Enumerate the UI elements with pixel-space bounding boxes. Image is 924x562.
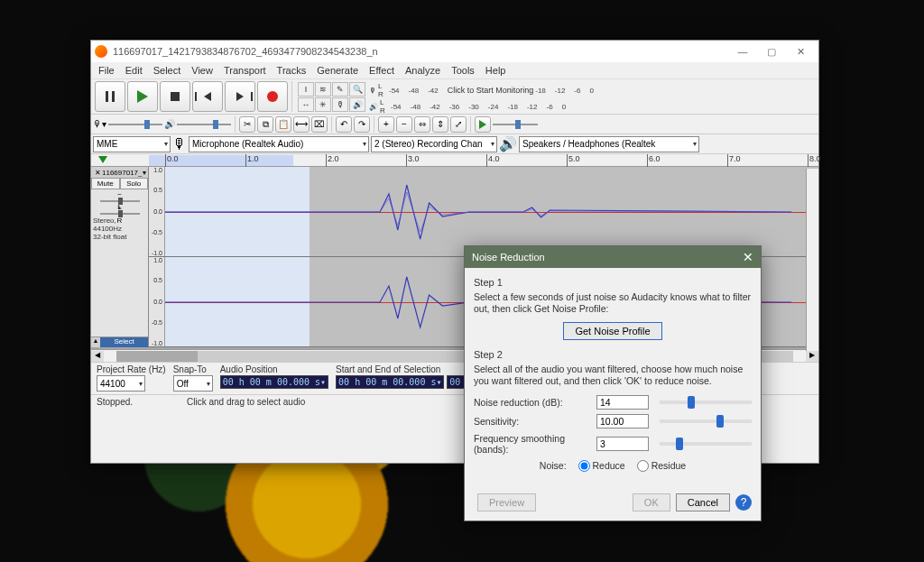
menu-tools[interactable]: Tools bbox=[448, 65, 478, 76]
noise-reduction-dialog: Noise Reduction ✕ Step 1 Select a few se… bbox=[464, 245, 762, 521]
transport-toolbar: I ≋ ✎ 🔍 ↔ ✳ 🎙 🔊 🎙 LR -54-48-42 Click to … bbox=[91, 78, 818, 115]
click-to-monitor[interactable]: Click to Start Monitoring bbox=[448, 86, 534, 95]
timeshift-tool-icon[interactable]: ↔ bbox=[298, 97, 314, 112]
menu-edit[interactable]: Edit bbox=[122, 65, 146, 76]
secondary-toolbar: 🎙▾ 🔊 ✂ ⧉ 📋 ⟷ ⌧ ↶ ↷ + − ⇔ ⇕ ⤢ bbox=[91, 115, 818, 134]
scroll-right-icon[interactable]: ▶ bbox=[806, 351, 818, 362]
maximize-button[interactable]: ▢ bbox=[757, 41, 786, 61]
audio-host-select[interactable]: MME bbox=[93, 136, 171, 152]
solo-button[interactable]: Solo bbox=[120, 178, 149, 189]
help-icon[interactable]: ? bbox=[735, 494, 752, 511]
speaker-level-icon[interactable]: 🔊 bbox=[349, 97, 365, 112]
playhead-icon[interactable] bbox=[98, 156, 107, 163]
collapse-icon[interactable]: ▲ bbox=[91, 337, 100, 347]
step2-description: Select all of the audio you want filtere… bbox=[474, 364, 752, 387]
noise-reduction-slider[interactable] bbox=[660, 401, 752, 404]
skip-end-button[interactable] bbox=[225, 81, 255, 112]
record-button[interactable] bbox=[257, 81, 288, 112]
menu-analyze[interactable]: Analyze bbox=[402, 65, 444, 76]
undo-icon[interactable]: ↶ bbox=[336, 116, 352, 133]
play-button[interactable] bbox=[127, 81, 158, 112]
pause-button[interactable] bbox=[95, 81, 125, 112]
frequency-smoothing-input[interactable] bbox=[596, 437, 649, 451]
menu-tracks[interactable]: Tracks bbox=[273, 65, 310, 76]
playback-speed-slider[interactable] bbox=[493, 124, 538, 125]
frequency-smoothing-label: Frequency smoothing (bands): bbox=[474, 433, 591, 455]
timeline-ruler[interactable]: 0.01.02.03.04.05.06.07.08.0 bbox=[91, 154, 818, 167]
track-select-button[interactable]: Select bbox=[100, 337, 148, 347]
ok-button[interactable]: OK bbox=[633, 493, 670, 511]
speaker-icon: 🔊 bbox=[499, 135, 517, 152]
chevron-down-icon[interactable]: ▾ bbox=[143, 169, 146, 177]
zoom-fit-icon[interactable]: ⇕ bbox=[432, 116, 448, 133]
menubar: File Edit Select View Transport Tracks G… bbox=[91, 62, 818, 78]
scroll-left-icon[interactable]: ◀ bbox=[91, 351, 104, 362]
status-left: Stopped. bbox=[97, 397, 133, 407]
redo-icon[interactable]: ↷ bbox=[354, 116, 370, 133]
cancel-button[interactable]: Cancel bbox=[676, 493, 730, 511]
minimize-button[interactable]: — bbox=[728, 41, 757, 61]
audio-position-field[interactable]: 00 h 00 m 00.000 s▾ bbox=[220, 375, 328, 389]
draw-tool-icon[interactable]: ✎ bbox=[332, 82, 348, 97]
track-name[interactable]: 116697017_ bbox=[102, 169, 143, 177]
dialog-close-icon[interactable]: ✕ bbox=[743, 250, 753, 264]
sensitivity-input[interactable] bbox=[596, 414, 649, 428]
track-control-panel: ✕116697017_▾ MuteSolo −+ LR Stereo, 4410… bbox=[91, 167, 149, 347]
envelope-tool-icon[interactable]: ≋ bbox=[315, 82, 331, 97]
snap-to-label: Snap-To bbox=[173, 364, 213, 374]
rec-volume-slider[interactable]: 🎙▾ bbox=[93, 119, 162, 129]
noise-reduction-label: Noise reduction (dB): bbox=[474, 397, 591, 408]
snap-to-select[interactable]: Off bbox=[173, 375, 213, 392]
sensitivity-slider[interactable] bbox=[660, 419, 752, 423]
menu-help[interactable]: Help bbox=[482, 65, 510, 76]
selection-tool-icon[interactable]: I bbox=[298, 82, 314, 97]
trim-icon[interactable]: ⟷ bbox=[293, 116, 310, 133]
zoom-in-icon[interactable]: + bbox=[378, 116, 394, 133]
project-rate-select[interactable]: 44100 bbox=[97, 375, 145, 392]
vertical-scrollbar[interactable] bbox=[806, 169, 818, 351]
cut-icon[interactable]: ✂ bbox=[239, 116, 255, 133]
window-title: 116697017_1421793834876702_4693477908234… bbox=[113, 46, 378, 57]
recording-channels-select[interactable]: 2 (Stereo) Recording Chan bbox=[371, 136, 497, 152]
dialog-titlebar[interactable]: Noise Reduction ✕ bbox=[465, 246, 761, 268]
meter: 🎙 LR -54-48-42 Click to Start Monitoring… bbox=[369, 82, 594, 111]
playback-device-select[interactable]: Speakers / Headphones (Realtek bbox=[519, 136, 699, 152]
zoom-out-icon[interactable]: − bbox=[396, 116, 412, 133]
tools-grid: I ≋ ✎ 🔍 ↔ ✳ 🎙 🔊 bbox=[298, 82, 365, 112]
preview-button[interactable]: Preview bbox=[477, 493, 536, 511]
menu-effect[interactable]: Effect bbox=[365, 65, 398, 76]
audio-position-label: Audio Position bbox=[220, 364, 328, 374]
menu-view[interactable]: View bbox=[188, 65, 217, 76]
residue-radio[interactable] bbox=[637, 460, 649, 472]
mute-button[interactable]: Mute bbox=[91, 178, 120, 189]
titlebar[interactable]: 116697017_1421793834876702_4693477908234… bbox=[91, 41, 818, 62]
stop-button[interactable] bbox=[160, 81, 190, 112]
multi-tool-icon[interactable]: ✳ bbox=[315, 97, 331, 112]
play-at-speed-icon[interactable] bbox=[475, 116, 491, 133]
reduce-radio[interactable] bbox=[578, 460, 590, 472]
menu-file[interactable]: File bbox=[95, 65, 118, 76]
copy-icon[interactable]: ⧉ bbox=[257, 116, 273, 133]
frequency-smoothing-slider[interactable] bbox=[660, 442, 752, 446]
menu-transport[interactable]: Transport bbox=[220, 65, 270, 76]
status-hint: Click and drag to select audio bbox=[187, 397, 305, 407]
track-close-icon[interactable]: ✕ bbox=[93, 169, 102, 177]
zoom-toggle-icon[interactable]: ⤢ bbox=[450, 116, 467, 133]
skip-start-button[interactable] bbox=[192, 81, 223, 112]
play-volume-slider[interactable]: 🔊 bbox=[164, 119, 231, 129]
mic-level-icon[interactable]: 🎙 bbox=[332, 97, 348, 112]
paste-icon[interactable]: 📋 bbox=[275, 116, 291, 133]
zoom-tool-icon[interactable]: 🔍 bbox=[349, 82, 365, 97]
project-rate-label: Project Rate (Hz) bbox=[97, 364, 166, 374]
zoom-sel-icon[interactable]: ⇔ bbox=[414, 116, 430, 133]
speaker-icon: 🔊 bbox=[369, 103, 378, 111]
menu-select[interactable]: Select bbox=[150, 65, 185, 76]
noise-reduction-input[interactable] bbox=[596, 395, 649, 410]
silence-icon[interactable]: ⌧ bbox=[311, 116, 328, 133]
recording-device-select[interactable]: Microphone (Realtek Audio) bbox=[189, 136, 369, 152]
menu-generate[interactable]: Generate bbox=[313, 65, 362, 76]
mic-icon: 🎙 bbox=[369, 87, 376, 95]
close-button[interactable]: ✕ bbox=[786, 41, 815, 61]
get-noise-profile-button[interactable]: Get Noise Profile bbox=[563, 322, 661, 340]
selection-start-field[interactable]: 00 h 00 m 00.000 s▾ bbox=[336, 375, 444, 389]
